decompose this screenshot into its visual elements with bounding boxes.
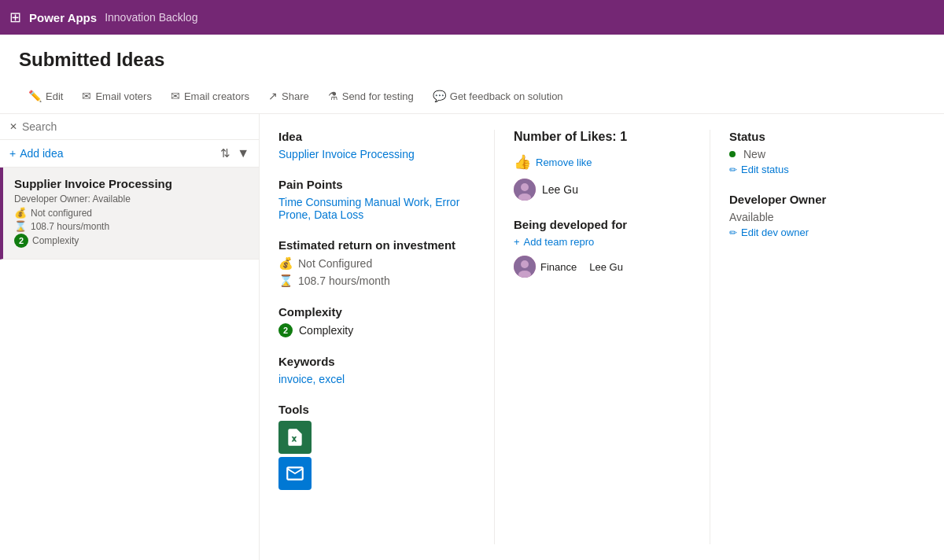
page-header: Submitted Ideas xyxy=(0,35,944,79)
toolbar: ✏️ Edit ✉ Email voters ✉ Email creators … xyxy=(0,79,944,114)
complexity-section: Complexity 2 Complexity xyxy=(278,305,475,337)
likes-section: Number of Likes: 1 👍 Remove like xyxy=(514,130,691,201)
money-icon-detail: 💰 xyxy=(278,256,293,271)
email-voters-button[interactable]: ✉ Email voters xyxy=(72,85,161,107)
grid-icon[interactable]: ⊞ xyxy=(9,9,21,26)
page: Submitted Ideas ✏️ Edit ✉ Email voters ✉… xyxy=(0,35,944,560)
close-icon[interactable]: ✕ xyxy=(9,121,17,132)
keywords-value: invoice, excel xyxy=(278,373,475,385)
edit-button[interactable]: ✏️ Edit xyxy=(19,85,72,107)
filter-icon[interactable]: ▼ xyxy=(237,146,249,160)
money-icon: 💰 xyxy=(14,207,27,219)
team-row: Finance Lee Gu xyxy=(514,256,691,278)
keywords-section: Keywords invoice, excel xyxy=(278,355,475,385)
complexity-badge: 2 xyxy=(14,234,28,248)
keywords-label: Keywords xyxy=(278,355,475,368)
add-team-button[interactable]: + Add team repro xyxy=(514,236,691,248)
flask-icon: ⚗ xyxy=(328,90,338,102)
idea-item-not-configured: 💰 Not configured xyxy=(14,207,248,219)
send-testing-button[interactable]: ⚗ Send for testing xyxy=(319,85,423,107)
add-idea-bar: + Add idea ⇅ ▼ xyxy=(0,140,259,168)
add-idea-button[interactable]: + Add idea xyxy=(9,147,63,160)
add-idea-bar-icons: ⇅ ▼ xyxy=(220,146,249,160)
status-row: New xyxy=(729,148,925,160)
svg-point-4 xyxy=(521,260,529,268)
idea-item-hours: ⌛ 108.7 hours/month xyxy=(14,220,248,232)
share-icon: ↗ xyxy=(268,90,278,102)
plus-icon: + xyxy=(9,147,16,160)
idea-list: Supplier Invoice Processing Developer Ow… xyxy=(0,168,259,560)
page-title: Submitted Ideas xyxy=(19,49,925,71)
team-member-1: Finance xyxy=(514,256,577,278)
team-avatar-1 xyxy=(514,256,536,278)
roi-label: Estimated return on investment xyxy=(278,238,475,252)
thumbs-up-icon: 👍 xyxy=(514,153,531,171)
status-dot xyxy=(729,151,736,157)
hourglass-icon: ⌛ xyxy=(14,220,27,232)
hourglass-icon-detail: ⌛ xyxy=(278,274,293,288)
detail-panel: Idea Supplier Invoice Processing Pain Po… xyxy=(260,114,944,560)
pen-icon-dev: ✏ xyxy=(729,227,737,238)
plus-icon-team: + xyxy=(514,236,520,248)
remove-like-button[interactable]: 👍 Remove like xyxy=(514,153,691,171)
pain-points-section: Pain Points Time Consuming Manual Work, … xyxy=(278,178,475,221)
complexity-badge-detail: 2 xyxy=(278,323,293,337)
detail-col-3: Status New ✏ Edit status Developer Owner… xyxy=(710,130,925,544)
roi-not-configured: 💰 Not Configured xyxy=(278,256,475,271)
dev-owner-label: Developer Owner xyxy=(729,193,925,206)
tools-label: Tools xyxy=(278,403,475,416)
edit-dev-owner-button[interactable]: ✏ Edit dev owner xyxy=(729,227,925,238)
svg-point-1 xyxy=(521,183,529,191)
idea-section: Idea Supplier Invoice Processing xyxy=(278,130,475,160)
likes-title: Number of Likes: 1 xyxy=(514,130,691,144)
app-name: Power Apps xyxy=(29,11,97,24)
email-voters-icon: ✉ xyxy=(82,90,91,102)
detail-col-1: Idea Supplier Invoice Processing Pain Po… xyxy=(278,130,494,544)
being-developed-label: Being developed for xyxy=(514,218,691,231)
dev-owner-section: Developer Owner Available ✏ Edit dev own… xyxy=(729,193,925,238)
idea-value[interactable]: Supplier Invoice Processing xyxy=(278,148,475,160)
team-member-2: Lee Gu xyxy=(589,261,623,273)
roi-hours: ⌛ 108.7 hours/month xyxy=(278,274,475,288)
dev-owner-value: Available xyxy=(729,211,925,223)
idea-item[interactable]: Supplier Invoice Processing Developer Ow… xyxy=(0,168,259,260)
feedback-icon: 💬 xyxy=(433,90,446,102)
get-feedback-button[interactable]: 💬 Get feedback on solution xyxy=(423,85,573,107)
status-label: Status xyxy=(729,130,925,143)
search-input[interactable] xyxy=(22,120,249,133)
being-developed-section: Being developed for + Add team repro xyxy=(514,218,691,278)
edit-status-button[interactable]: ✏ Edit status xyxy=(729,164,925,175)
share-button[interactable]: ↗ Share xyxy=(259,85,319,107)
idea-item-complexity: 2 Complexity xyxy=(14,234,248,248)
outlook-icon xyxy=(278,457,312,490)
excel-icon xyxy=(278,421,312,454)
sort-icon[interactable]: ⇅ xyxy=(220,146,230,160)
roi-section: Estimated return on investment 💰 Not Con… xyxy=(278,238,475,288)
email-creators-button[interactable]: ✉ Email creators xyxy=(161,85,259,107)
edit-icon: ✏️ xyxy=(28,90,42,102)
email-creators-icon: ✉ xyxy=(171,90,180,102)
idea-item-title: Supplier Invoice Processing xyxy=(14,177,248,190)
team-name-1: Finance xyxy=(540,261,577,273)
left-panel: ✕ + Add idea ⇅ ▼ Supplier Invoice Proces… xyxy=(0,114,260,560)
search-bar: ✕ xyxy=(0,114,259,140)
liker-avatar xyxy=(514,179,536,201)
pain-points-label: Pain Points xyxy=(278,178,475,191)
pen-icon: ✏ xyxy=(729,164,737,175)
tools-section: Tools xyxy=(278,403,475,490)
detail-col-2: Number of Likes: 1 👍 Remove like xyxy=(494,130,710,544)
idea-label: Idea xyxy=(278,130,475,143)
liker-row: Lee Gu xyxy=(514,179,691,201)
main-content: ✕ + Add idea ⇅ ▼ Supplier Invoice Proces… xyxy=(0,114,944,560)
app-subtitle: Innovation Backlog xyxy=(105,11,197,24)
liker-name: Lee Gu xyxy=(542,183,578,196)
idea-item-dev-owner: Developer Owner: Available xyxy=(14,193,248,204)
complexity-label: Complexity xyxy=(278,305,475,319)
status-section: Status New ✏ Edit status xyxy=(729,130,925,175)
top-nav: ⊞ Power Apps Innovation Backlog xyxy=(0,0,944,35)
pain-points-value: Time Consuming Manual Work, Error Prone,… xyxy=(278,196,475,221)
complexity-row: 2 Complexity xyxy=(278,323,475,337)
status-value: New xyxy=(743,148,765,160)
team-name-2: Lee Gu xyxy=(589,261,623,273)
